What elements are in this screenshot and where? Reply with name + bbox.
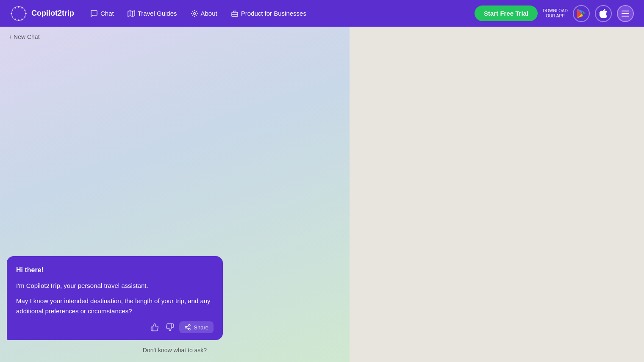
- google-play-button[interactable]: [573, 5, 590, 22]
- nav-right: Start Free Trial DOWNLOAD OUR APP: [475, 5, 634, 22]
- logo-icon: [10, 5, 27, 22]
- share-button[interactable]: Share: [179, 321, 214, 333]
- hamburger-menu-button[interactable]: [617, 5, 634, 22]
- svg-point-12: [14, 7, 16, 8]
- chat-line1: I'm Copilot2Trip, your personal travel a…: [16, 281, 214, 291]
- nav-links: Chat Travel Guides About: [84, 6, 471, 21]
- svg-line-29: [187, 326, 189, 327]
- svg-point-15: [193, 12, 195, 14]
- svg-point-0: [11, 6, 26, 21]
- nav-link-product-for-businesses[interactable]: Product for Businesses: [225, 6, 312, 21]
- svg-point-2: [21, 7, 23, 8]
- logo-link[interactable]: Copilot2trip: [10, 5, 74, 22]
- svg-point-9: [12, 16, 13, 17]
- map-icon: [128, 10, 135, 17]
- google-play-icon: [577, 9, 586, 18]
- svg-rect-22: [622, 11, 629, 11]
- svg-point-8: [14, 18, 16, 20]
- apple-icon: [600, 9, 607, 18]
- main-layout: + New Chat Hi there! I'm Copilot2Trip, y…: [0, 27, 644, 362]
- briefcase-icon: [231, 10, 239, 17]
- hamburger-icon: [622, 11, 629, 17]
- share-icon: [184, 324, 191, 331]
- logo-text: Copilot2trip: [31, 9, 74, 18]
- chat-bubble-text: Hi there! I'm Copilot2Trip, your persona…: [16, 265, 214, 316]
- nav-link-chat[interactable]: Chat: [84, 6, 120, 21]
- chat-line2: May I know your intended destination, th…: [16, 296, 214, 316]
- svg-point-5: [24, 16, 25, 17]
- svg-line-28: [187, 328, 189, 329]
- svg-point-1: [18, 6, 19, 8]
- thumbs-up-button[interactable]: [149, 321, 161, 333]
- new-chat-label: + New Chat: [8, 33, 40, 40]
- chat-area: Hi there! I'm Copilot2Trip, your persona…: [0, 47, 350, 362]
- chat-bubble: Hi there! I'm Copilot2Trip, your persona…: [7, 256, 223, 340]
- nav-link-travel-guides-label: Travel Guides: [138, 10, 177, 17]
- svg-rect-24: [622, 16, 629, 17]
- thumbs-up-icon: [150, 323, 159, 332]
- svg-point-26: [185, 326, 187, 328]
- nav-link-about[interactable]: About: [185, 6, 223, 21]
- svg-rect-23: [622, 13, 629, 14]
- thumbs-down-icon: [166, 323, 174, 332]
- bottom-suggestion: Don't know what to ask?: [7, 343, 343, 355]
- gear-icon: [191, 10, 198, 17]
- right-panel: [350, 27, 644, 362]
- svg-point-10: [11, 13, 12, 14]
- nav-link-chat-label: Chat: [100, 10, 114, 17]
- apple-store-button[interactable]: [595, 5, 612, 22]
- nav-link-product-label: Product for Businesses: [241, 10, 306, 17]
- download-app-text: DOWNLOAD OUR APP: [543, 8, 568, 19]
- svg-point-27: [189, 329, 190, 330]
- svg-point-3: [24, 9, 25, 11]
- svg-point-11: [12, 9, 13, 11]
- start-free-trial-button[interactable]: Start Free Trial: [475, 6, 538, 21]
- svg-point-25: [189, 324, 190, 326]
- share-label: Share: [194, 324, 208, 331]
- left-panel: + New Chat Hi there! I'm Copilot2Trip, y…: [0, 27, 350, 362]
- svg-point-7: [18, 19, 19, 21]
- new-chat-button[interactable]: + New Chat: [0, 27, 48, 47]
- chat-greeting: Hi there!: [16, 265, 214, 276]
- navbar: Copilot2trip Chat Travel Guides About: [0, 0, 644, 27]
- nav-link-travel-guides[interactable]: Travel Guides: [122, 6, 183, 21]
- chat-actions: Share: [16, 321, 214, 333]
- chat-icon: [90, 10, 98, 17]
- svg-point-4: [25, 13, 27, 14]
- suggestion-text: Don't know what to ask?: [143, 347, 207, 354]
- svg-point-6: [21, 18, 23, 20]
- nav-link-about-label: About: [201, 10, 217, 17]
- thumbs-down-button[interactable]: [164, 321, 176, 333]
